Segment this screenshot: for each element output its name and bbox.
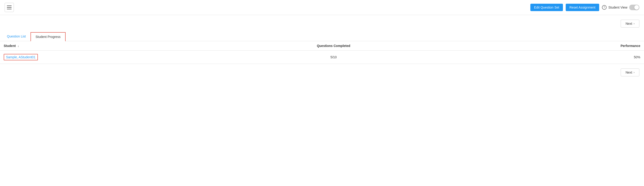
table-row: Sample, AStudent01 5/10 50%: [0, 51, 644, 64]
performance-cell: 50%: [594, 55, 640, 59]
student-view-label: Student View: [608, 6, 627, 9]
header-right: Edit Question Set Reset Assignment ? Stu…: [530, 4, 640, 11]
hamburger-line-3: [7, 9, 12, 9]
student-view-area: ? Student View: [602, 5, 640, 10]
chevron-right-icon-bottom: ›: [634, 71, 634, 74]
header: Edit Question Set Reset Assignment ? Stu…: [0, 0, 644, 15]
questions-completed-value: 5/10: [330, 55, 336, 59]
toggle-knob: [634, 5, 639, 10]
next-button-bottom-container: Next ›: [0, 64, 644, 81]
col-header-student-label: Student: [4, 44, 16, 48]
tab-question-list-label: Question List: [7, 35, 26, 38]
tab-question-list[interactable]: Question List: [2, 32, 30, 41]
student-name-link[interactable]: Sample, AStudent01: [4, 54, 38, 60]
next-label-bottom: Next: [626, 71, 632, 74]
sort-icon-student[interactable]: ↓: [18, 44, 19, 48]
col-header-performance-label: Performance: [620, 44, 640, 48]
student-view-toggle[interactable]: [629, 5, 640, 10]
tab-student-progress-label: Student Progress: [36, 35, 60, 39]
edit-question-set-button[interactable]: Edit Question Set: [530, 4, 563, 11]
col-header-questions: Questions Completed: [73, 44, 594, 48]
next-button-bottom[interactable]: Next ›: [621, 69, 640, 76]
table-header: Student ↓ Questions Completed Performanc…: [0, 41, 644, 51]
next-button-top[interactable]: Next ›: [621, 20, 640, 28]
hamburger-line-2: [7, 7, 12, 8]
help-icon[interactable]: ?: [602, 5, 606, 10]
student-cell: Sample, AStudent01: [4, 54, 73, 60]
questions-completed-cell: 5/10: [73, 55, 594, 59]
tab-student-progress[interactable]: Student Progress: [30, 32, 66, 41]
next-button-top-container: Next ›: [0, 15, 644, 32]
student-progress-table: Student ↓ Questions Completed Performanc…: [0, 41, 644, 64]
col-header-questions-label: Questions Completed: [317, 44, 350, 48]
col-header-student: Student ↓: [4, 44, 73, 48]
col-header-performance: Performance: [594, 44, 640, 48]
next-label-top: Next: [626, 22, 632, 26]
chevron-right-icon-top: ›: [634, 22, 634, 25]
hamburger-menu-button[interactable]: [4, 3, 14, 12]
reset-assignment-button[interactable]: Reset Assignment: [566, 4, 599, 11]
performance-value: 50%: [634, 55, 640, 59]
tabs-area: Question List Student Progress: [0, 32, 644, 41]
hamburger-line-1: [7, 6, 12, 6]
header-left: [4, 3, 14, 12]
